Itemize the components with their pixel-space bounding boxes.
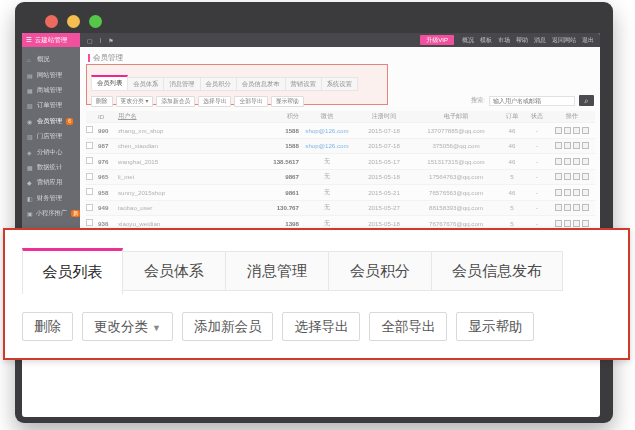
overlay-tab-会员列表[interactable]: 会员列表 <box>22 248 123 294</box>
row-action-icon[interactable] <box>582 158 589 165</box>
row-action-icon[interactable] <box>555 142 562 149</box>
table-row[interactable]: 976wanghai_2015138.5617无2015-05-17151317… <box>86 153 595 169</box>
row-action-icon[interactable] <box>564 220 571 227</box>
tab-系统设置[interactable]: 系统设置 <box>322 77 358 91</box>
table-row[interactable]: 965li_mei9867无2015-05-1817564763@qq.com5… <box>86 169 595 185</box>
row-action-icon[interactable] <box>555 173 562 180</box>
row-action-icon[interactable] <box>582 204 589 211</box>
row-action-icon[interactable] <box>564 142 571 149</box>
window-titlebar[interactable] <box>15 2 613 33</box>
topbar-menu-item[interactable]: 市场 <box>498 36 510 45</box>
row-action-icon[interactable] <box>564 127 571 134</box>
topbar-menu-item[interactable]: 帮助 <box>516 36 528 45</box>
search-input[interactable] <box>489 96 575 106</box>
sidebar-item[interactable]: ▤网站管理 <box>22 67 80 82</box>
overlay-tab-会员信息发布[interactable]: 会员信息发布 <box>432 251 563 291</box>
toolbar-button[interactable]: 显示帮助 <box>271 96 304 107</box>
sidebar-item[interactable]: ▥门店管理 <box>22 129 80 144</box>
sidebar-item[interactable]: ⌂概况 <box>22 52 80 67</box>
app-logo[interactable]: ☰ 云建站管理 <box>22 33 80 47</box>
row-action-icon[interactable] <box>582 189 589 196</box>
topbar-menu-item[interactable]: 概况 <box>462 36 474 45</box>
toolbar-button[interactable]: 添加新会员 <box>156 96 195 107</box>
row-action-icon[interactable] <box>555 158 562 165</box>
close-window-button[interactable] <box>45 15 58 28</box>
row-checkbox[interactable] <box>86 126 98 134</box>
row-action-icon[interactable] <box>573 142 580 149</box>
zoom-window-button[interactable] <box>89 15 102 28</box>
toolbar-button[interactable]: 更改分类 ▾ <box>116 96 154 107</box>
toolbar-button[interactable]: 全部导出 <box>234 96 267 107</box>
row-action-icon[interactable] <box>573 220 580 227</box>
sidebar-item[interactable]: ◉会员管理6 <box>22 114 80 129</box>
tab-营销设置[interactable]: 营销设置 <box>286 77 322 91</box>
sidebar-item[interactable]: ▩数据统计 <box>22 160 80 175</box>
row-checkbox[interactable] <box>86 173 98 181</box>
overlay-button[interactable]: 选择导出 <box>282 312 360 341</box>
row-action-icon[interactable] <box>555 127 562 134</box>
row-checkbox[interactable] <box>86 142 98 150</box>
overlay-button[interactable]: 显示帮助 <box>456 312 534 341</box>
row-action-icon[interactable] <box>573 189 580 196</box>
sidebar-item[interactable]: ◆营销应用 <box>22 175 80 190</box>
table-row[interactable]: 949taobao_user130.767无2015-05-2788158393… <box>86 200 595 216</box>
sidebar-item[interactable]: ▧订单管理 <box>22 98 80 113</box>
tab-会员列表[interactable]: 会员列表 <box>91 75 128 91</box>
upgrade-button[interactable]: 升级VIP <box>420 35 454 45</box>
row-action-icon[interactable] <box>564 158 571 165</box>
row-action-icon[interactable] <box>573 127 580 134</box>
row-action-icon[interactable] <box>582 173 589 180</box>
cell-orders: 46 <box>499 189 525 196</box>
overlay-tab-会员积分[interactable]: 会员积分 <box>329 251 432 291</box>
row-action-icon[interactable] <box>555 204 562 211</box>
overlay-tab-消息管理[interactable]: 消息管理 <box>226 251 329 291</box>
row-action-icon[interactable] <box>564 173 571 180</box>
cell-regdate: 2015-07-18 <box>355 142 413 149</box>
table-row[interactable]: 987chen_xiaodian1588shop@126.com2015-07-… <box>86 138 595 154</box>
row-action-icon[interactable] <box>582 142 589 149</box>
sidebar-item[interactable]: ▦商城管理 <box>22 83 80 98</box>
row-action-icon[interactable] <box>555 220 562 227</box>
minimize-window-button[interactable] <box>67 15 80 28</box>
flag-icon[interactable]: ⚑ <box>108 37 113 44</box>
tab-会员体系[interactable]: 会员体系 <box>128 77 164 91</box>
row-action-icon[interactable] <box>555 189 562 196</box>
tab-会员积分[interactable]: 会员积分 <box>201 77 237 91</box>
overlay-button[interactable]: 全部导出 <box>369 312 447 341</box>
grid-icon[interactable]: ▢ <box>87 37 93 44</box>
sidebar-item[interactable]: ◧财务管理 <box>22 191 80 206</box>
toolbar-button[interactable]: 删除 <box>91 96 113 107</box>
overlay-button[interactable]: 更改分类▼ <box>82 312 173 341</box>
topbar-menu-item[interactable]: 消息 <box>534 36 546 45</box>
topbar-menu-item[interactable]: 模板 <box>480 36 492 45</box>
table-row[interactable]: 958sunny_2015shop9861无2015-05-2176576563… <box>86 184 595 200</box>
search-icon[interactable]: ⌕ <box>579 95 594 106</box>
toolbar-button[interactable]: 选择导出 <box>198 96 231 107</box>
sidebar-item[interactable]: ◈分销中心 <box>22 144 80 159</box>
row-checkbox[interactable] <box>86 204 98 212</box>
row-checkbox[interactable] <box>86 157 98 165</box>
row-checkbox[interactable] <box>86 188 98 196</box>
row-action-icon[interactable] <box>573 204 580 211</box>
page-title-label: 会员管理 <box>93 53 123 63</box>
table-row[interactable]: 990zhang_xm_shop1588shop@126.com2015-07-… <box>86 122 595 138</box>
cell-wechat[interactable]: shop@126.com <box>299 142 355 149</box>
row-action-icon[interactable] <box>564 204 571 211</box>
row-action-icon[interactable] <box>582 220 589 227</box>
cell-wechat[interactable]: shop@126.com <box>299 127 355 134</box>
sidebar-item[interactable]: ▣小程序推广新 <box>22 206 80 221</box>
row-checkbox[interactable] <box>86 219 98 227</box>
column-header[interactable]: 用户名 <box>118 112 249 121</box>
tab-会员信息发布[interactable]: 会员信息发布 <box>237 77 286 91</box>
cell-orders: 46 <box>499 142 525 149</box>
row-action-icon[interactable] <box>573 158 580 165</box>
row-action-icon[interactable] <box>582 127 589 134</box>
overlay-tab-会员体系[interactable]: 会员体系 <box>123 251 226 291</box>
overlay-button[interactable]: 删除 <box>22 312 73 341</box>
overlay-button[interactable]: 添加新会员 <box>182 312 274 341</box>
topbar-menu-item[interactable]: 返回网站 <box>552 36 576 45</box>
row-action-icon[interactable] <box>573 173 580 180</box>
tab-消息管理[interactable]: 消息管理 <box>164 77 200 91</box>
row-action-icon[interactable] <box>564 189 571 196</box>
topbar-menu-item[interactable]: 退出 <box>582 36 594 45</box>
